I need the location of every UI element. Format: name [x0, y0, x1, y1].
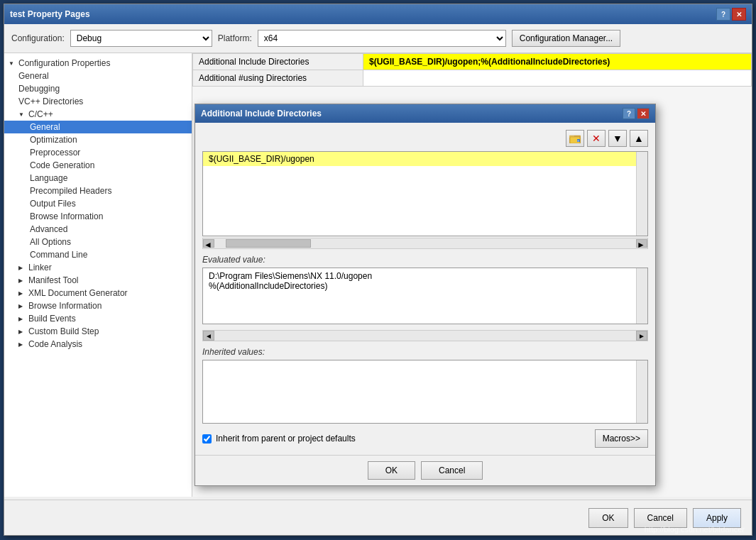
sidebar-item-debugging[interactable]: Debugging — [4, 82, 192, 95]
sidebar-item-vc-directories[interactable]: VC++ Directories — [4, 95, 192, 108]
inherited-scrollbar[interactable] — [636, 360, 647, 423]
arrow-config-props: ▼ — [9, 60, 16, 67]
sidebar-item-all-options[interactable]: All Options — [4, 236, 192, 248]
h-scroll-right[interactable]: ► — [636, 239, 647, 248]
sidebar-item-config-props[interactable]: ▼ Configuration Properties — [4, 57, 192, 70]
sidebar-label-browse-info2: Browse Information — [28, 301, 102, 311]
arrow-browse-info2: ▶ — [18, 303, 26, 309]
sidebar-item-custom-build[interactable]: ▶ Custom Build Step — [4, 325, 192, 338]
sidebar-item-output-files[interactable]: Output Files — [4, 197, 192, 210]
modal-bottom-buttons: Macros>> — [595, 429, 648, 448]
sidebar-label-all-options: All Options — [30, 237, 71, 247]
modal-toolbar: + ✕ ▼ ▲ — [202, 130, 648, 147]
sidebar-label-advanced: Advanced — [30, 224, 67, 234]
prop-name-include-dirs: Additional Include Directories — [193, 54, 363, 70]
help-button[interactable]: ? — [716, 8, 730, 21]
sidebar-label-custom-build: Custom Build Step — [28, 326, 99, 336]
dir-list[interactable]: $(UGII_BASE_DIR)/ugopen — [202, 151, 648, 236]
sidebar-item-browse-information[interactable]: Browse Information — [4, 210, 192, 223]
modal-title-bar: Additional Include Directories ? ✕ — [195, 104, 655, 123]
move-up-button[interactable]: ▲ — [630, 130, 648, 147]
arrow-custom-build: ▶ — [18, 329, 26, 335]
sidebar-label-config-props: Configuration Properties — [18, 58, 110, 68]
sidebar-label-general: General — [18, 71, 49, 81]
eval-scrollbar[interactable] — [636, 268, 647, 324]
modal-title-buttons: ? ✕ — [623, 108, 650, 119]
eval-h-scrollbar[interactable]: ◄ ► — [202, 330, 648, 341]
arrow-xml-document: ▶ — [18, 290, 26, 297]
h-scroll-left[interactable]: ◄ — [203, 239, 214, 248]
sidebar-item-general[interactable]: General — [4, 70, 192, 82]
sidebar-item-preprocessor[interactable]: Preprocessor — [4, 146, 192, 159]
sidebar-item-command-line[interactable]: Command Line — [4, 248, 192, 261]
sidebar-item-code-analysis[interactable]: ▶ Code Analysis — [4, 338, 192, 351]
prop-value-include-dirs[interactable]: $(UGII_BASE_DIR)/ugopen;%(AdditionalIncl… — [363, 54, 752, 70]
h-scrollbar[interactable]: ◄ ► — [202, 238, 648, 249]
sidebar-label-xml-document: XML Document Generator — [28, 288, 128, 298]
sidebar-item-optimization[interactable]: Optimization — [4, 133, 192, 146]
arrow-cpp: ▼ — [18, 111, 26, 118]
modal-ok-button[interactable]: OK — [368, 461, 415, 480]
inherited-box — [202, 360, 648, 424]
eval-line-2: %(AdditionalIncludeDirectories) — [209, 281, 642, 291]
sidebar-item-manifest-tool[interactable]: ▶ Manifest Tool — [4, 274, 192, 287]
sidebar-label-code-analysis: Code Analysis — [28, 339, 82, 349]
dir-item[interactable]: $(UGII_BASE_DIR)/ugopen — [203, 152, 647, 166]
arrow-build-events: ▶ — [18, 316, 26, 322]
sidebar-item-language[interactable]: Language — [4, 172, 192, 184]
sidebar-label-command-line: Command Line — [30, 250, 87, 260]
sidebar-label-linker: Linker — [28, 263, 52, 272]
platform-select[interactable]: x64 — [258, 30, 506, 47]
config-label: Configuration: — [11, 33, 65, 43]
config-manager-button[interactable]: Configuration Manager... — [512, 30, 620, 47]
sidebar-item-build-events[interactable]: ▶ Build Events — [4, 312, 192, 325]
title-bar-buttons: ? ✕ — [716, 8, 746, 21]
eval-label: Evaluated value: — [202, 255, 648, 265]
move-down-button[interactable]: ▼ — [608, 130, 627, 147]
sidebar-label-optimization: Optimization — [30, 135, 77, 145]
h-scroll-thumb[interactable] — [226, 239, 311, 248]
eval-h-scroll-left[interactable]: ◄ — [203, 331, 214, 341]
modal-close-button[interactable]: ✕ — [637, 108, 650, 119]
sidebar-label-code-generation: Code Generation — [30, 160, 94, 170]
sidebar-item-browse-info2[interactable]: ▶ Browse Information — [4, 299, 192, 312]
modal-cancel-button[interactable]: Cancel — [421, 461, 483, 480]
delete-button[interactable]: ✕ — [587, 130, 606, 147]
table-row: Additional #using Directories — [193, 70, 752, 87]
title-bar: test Property Pages ? ✕ — [4, 4, 752, 24]
sidebar-item-linker[interactable]: ▶ Linker — [4, 261, 192, 274]
watermark: http://blog.csdn.net/bitdancer — [645, 525, 745, 534]
modal-help-button[interactable]: ? — [623, 108, 635, 119]
sidebar-label-vc-directories: VC++ Directories — [18, 97, 83, 106]
prop-value-using-dirs[interactable] — [363, 70, 752, 87]
folder-icon: + — [569, 133, 581, 143]
property-table: Additional Include Directories $(UGII_BA… — [192, 53, 752, 87]
inherit-checkbox-label[interactable]: Inherit from parent or project defaults — [202, 434, 356, 443]
sidebar-label-cpp: C/C++ — [28, 109, 53, 119]
dir-list-scrollbar[interactable] — [636, 152, 647, 236]
add-folder-button[interactable]: + — [566, 130, 584, 147]
sidebar-item-cpp[interactable]: ▼ C/C++ — [4, 108, 192, 121]
inherit-checkbox-text: Inherit from parent or project defaults — [216, 434, 356, 443]
sidebar-item-precompiled-headers[interactable]: Precompiled Headers — [4, 184, 192, 197]
config-select[interactable]: Debug — [70, 30, 212, 47]
eval-h-scroll-right[interactable]: ► — [636, 331, 647, 341]
close-button[interactable]: ✕ — [732, 8, 746, 21]
sidebar: ▼ Configuration Properties General Debug… — [4, 53, 192, 497]
ok-button[interactable]: OK — [588, 508, 628, 528]
sidebar-item-code-generation[interactable]: Code Generation — [4, 159, 192, 172]
sidebar-item-xml-document[interactable]: ▶ XML Document Generator — [4, 287, 192, 299]
bottom-bar: OK Cancel Apply — [4, 500, 752, 535]
sidebar-item-advanced[interactable]: Advanced — [4, 223, 192, 236]
inherit-checkbox[interactable] — [202, 434, 212, 443]
sidebar-label-manifest-tool: Manifest Tool — [28, 275, 78, 285]
svg-text:+: + — [577, 138, 579, 143]
eval-line-1: D:\Program Files\Siemens\NX 11.0/ugopen — [209, 271, 642, 281]
macros-button[interactable]: Macros>> — [595, 429, 648, 448]
eval-box: D:\Program Files\Siemens\NX 11.0/ugopen … — [202, 268, 648, 324]
sidebar-label-output-files: Output Files — [30, 199, 76, 209]
sidebar-item-cpp-general[interactable]: General — [4, 121, 192, 133]
arrow-manifest-tool: ▶ — [18, 277, 26, 284]
modal-dialog: Additional Include Directories ? ✕ — [195, 104, 656, 486]
main-window: test Property Pages ? ✕ Configuration: D… — [4, 4, 752, 536]
